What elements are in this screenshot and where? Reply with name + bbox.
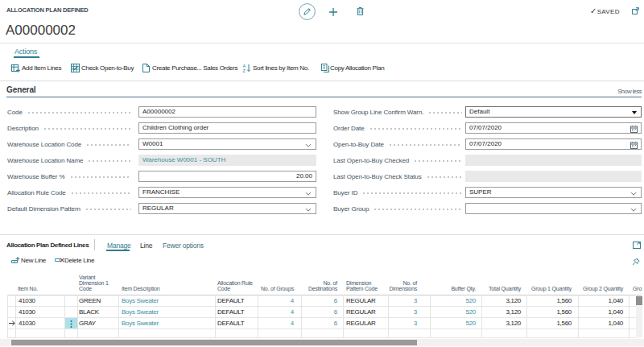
svg-text:A: A xyxy=(243,64,246,68)
svg-text:Z: Z xyxy=(243,68,246,72)
